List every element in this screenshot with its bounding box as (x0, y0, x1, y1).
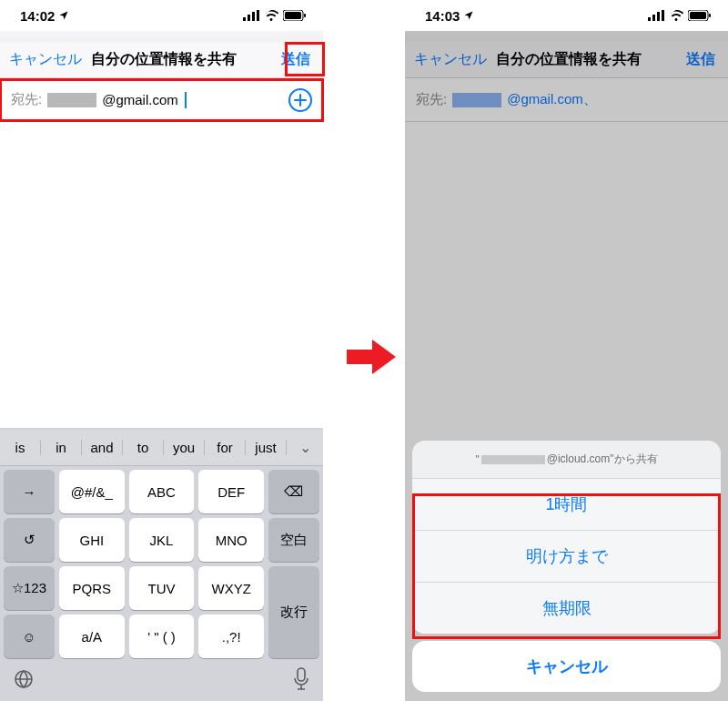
status-location-icon (58, 8, 69, 24)
nav-title: 自分の位置情報を共有 (82, 50, 278, 69)
key[interactable]: MNO (198, 518, 264, 562)
key-undo[interactable]: ↺ (4, 518, 55, 562)
wifi-icon (669, 8, 683, 24)
key-space[interactable]: 空白 (268, 518, 319, 562)
annotation-highlight (0, 78, 324, 122)
svg-rect-12 (662, 10, 664, 21)
svg-rect-5 (285, 12, 301, 19)
key[interactable]: WXYZ (198, 566, 264, 610)
suggestion[interactable]: for (205, 440, 246, 455)
key[interactable]: .,?! (198, 615, 264, 658)
mic-icon[interactable] (292, 667, 310, 695)
annotation-highlight (285, 42, 325, 76)
arrow-right-icon (347, 340, 398, 374)
key-number-mode[interactable]: ☆123 (4, 566, 55, 610)
key[interactable]: GHI (59, 518, 125, 562)
bg-strip (0, 31, 323, 42)
navigation-bar: キャンセル 自分の位置情報を共有 送信 (0, 42, 323, 78)
svg-rect-11 (657, 12, 660, 21)
key-emoji[interactable]: ☺ (4, 615, 55, 658)
suggestion[interactable]: is (0, 440, 41, 455)
chevron-down-icon[interactable]: ⌄ (287, 439, 323, 456)
status-time: 14:03 (425, 8, 460, 24)
signal-icon (648, 8, 664, 24)
key[interactable]: a/A (59, 615, 125, 658)
svg-rect-10 (652, 15, 655, 21)
key[interactable]: @#/&_ (59, 470, 125, 513)
sheet-header-suffix: @icloud.com"から共有 (547, 452, 658, 467)
svg-rect-8 (298, 668, 305, 681)
annotation-highlight (412, 493, 721, 639)
status-location-icon (463, 8, 474, 24)
globe-icon[interactable] (13, 668, 35, 694)
suggestion[interactable]: you (164, 440, 205, 455)
svg-rect-14 (690, 12, 706, 19)
cancel-button[interactable]: キャンセル (9, 50, 82, 69)
action-sheet-header: " @icloud.com"から共有 (412, 441, 721, 479)
svg-rect-0 (243, 17, 246, 21)
svg-rect-2 (252, 12, 255, 21)
svg-rect-15 (709, 14, 711, 17)
key[interactable]: PQRS (59, 566, 125, 610)
key[interactable]: TUV (129, 566, 195, 610)
svg-rect-3 (257, 10, 259, 21)
battery-icon (688, 8, 712, 24)
redacted-text (481, 455, 545, 464)
key[interactable]: JKL (129, 518, 195, 562)
sheet-header-prefix: " (475, 453, 479, 466)
status-time: 14:02 (20, 8, 55, 24)
status-bar: 14:02 (0, 0, 323, 31)
wifi-icon (264, 8, 278, 24)
key-delete[interactable]: ⌫ (268, 470, 319, 513)
suggestion[interactable]: in (41, 440, 82, 455)
svg-rect-9 (648, 17, 651, 21)
keyboard: is in and to you for just ⌄ → @#/&_ ABC … (0, 428, 323, 701)
svg-rect-1 (248, 15, 250, 21)
key-arrow[interactable]: → (4, 470, 55, 513)
key[interactable]: ' " ( ) (129, 615, 195, 658)
signal-icon (243, 8, 259, 24)
key[interactable]: ABC (129, 470, 195, 513)
suggestion[interactable]: and (82, 440, 123, 455)
suggestion[interactable]: to (123, 440, 164, 455)
status-bar: 14:03 (405, 0, 728, 31)
suggestion[interactable]: just (246, 440, 287, 455)
svg-rect-6 (304, 14, 306, 17)
battery-icon (283, 8, 307, 24)
key-enter[interactable]: 改行 (268, 566, 319, 658)
suggestion-bar: is in and to you for just ⌄ (0, 430, 323, 466)
key[interactable]: DEF (198, 470, 264, 513)
action-sheet-cancel[interactable]: キャンセル (412, 641, 721, 692)
